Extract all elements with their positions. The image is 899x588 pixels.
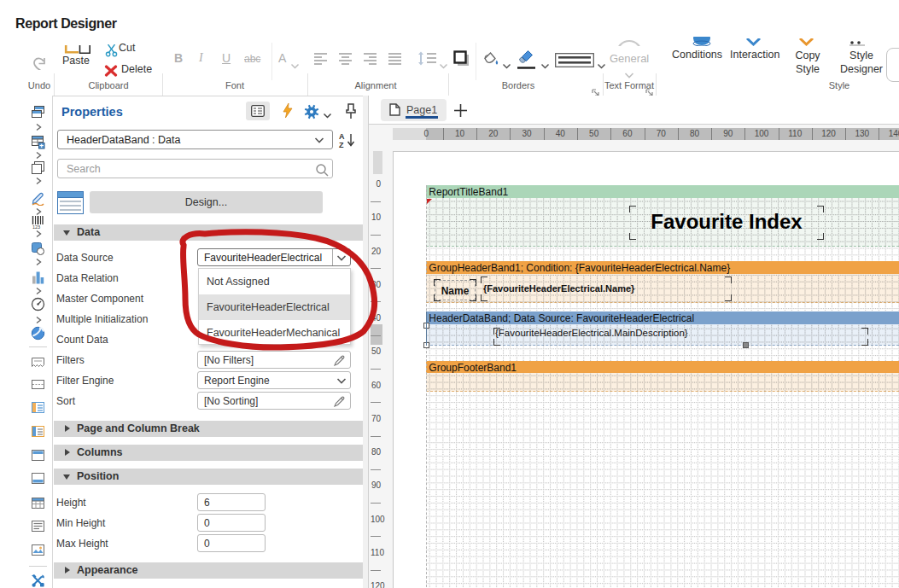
svg-text:Z: Z: [339, 141, 344, 148]
svg-text:A: A: [339, 132, 345, 141]
